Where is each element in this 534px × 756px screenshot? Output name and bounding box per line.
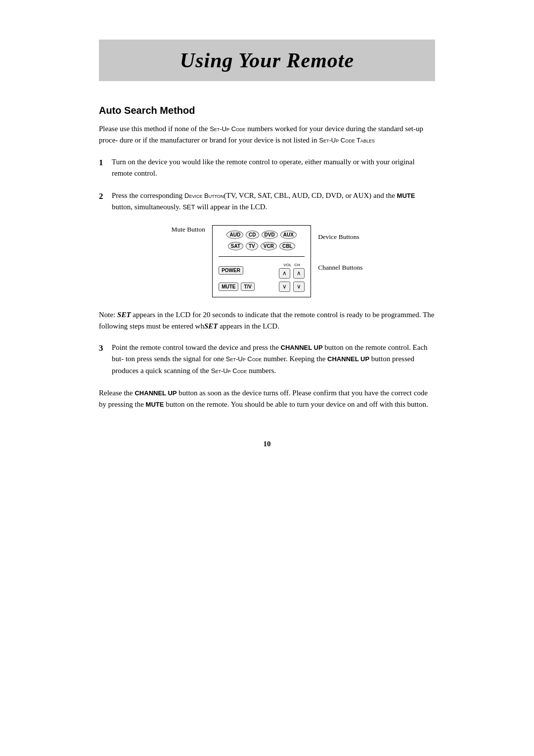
device-buttons-row2: SAT TV VCR CBL (219, 242, 305, 250)
channel-buttons-label: Channel Buttons (318, 264, 362, 272)
device-buttons-label: Device Buttons (318, 233, 359, 241)
intro-paragraph: Please use this method if none of the Se… (99, 123, 435, 146)
release-paragraph: Release the CHANNEL UP button as soon as… (99, 387, 435, 411)
power-button: POWER (219, 266, 243, 275)
tv-button: TV (246, 242, 258, 250)
channel-up-label3: CHANNEL UP (134, 389, 177, 397)
up-arrows-row: ∧ ∧ (279, 268, 305, 279)
ch-up-button: ∧ (293, 268, 305, 279)
aux-button: AUX (280, 231, 297, 239)
setup-code-inline2: Set-Up Code (226, 355, 262, 363)
device-buttons-row1: AUD CD DVD AUX (219, 231, 305, 239)
ch-down-button: ∨ (293, 282, 305, 292)
mute-label2: MUTE (146, 401, 164, 408)
vol-down-button: ∨ (279, 282, 290, 292)
set-italic-label: SET (117, 311, 131, 319)
mute-button: MUTE (219, 283, 238, 291)
cd-button: CD (246, 231, 259, 239)
remote-diagram: Mute Button AUD CD DVD AUX SAT TV VCR CB… (99, 225, 435, 297)
vol-label: VOL (283, 263, 291, 267)
set-italic-label2: SET (204, 322, 218, 330)
mute-label: MUTE (397, 192, 415, 199)
setup-code-inline: Set-Up Code (210, 125, 245, 133)
setup-code-inline3: Set-Up Code (211, 367, 247, 375)
device-buttons-label-row: Device Buttons (318, 229, 362, 245)
step-1-text: Turn on the device you would like the re… (112, 156, 435, 180)
vol-up-button: ∧ (279, 268, 290, 279)
step-3-number: 3 (99, 342, 110, 355)
section-heading: Auto Search Method (99, 105, 435, 116)
vol-ch-group: VOL CH ∧ ∧ (279, 263, 305, 279)
cbl-button: CBL (279, 242, 296, 250)
page: Using Your Remote Auto Search Method Ple… (99, 0, 435, 756)
step-2: 2 Press the corresponding Device Button(… (99, 190, 435, 213)
divider (219, 256, 305, 257)
step-2-number: 2 (99, 190, 110, 203)
remote-panel: AUD CD DVD AUX SAT TV VCR CBL POWER (212, 225, 311, 297)
mute-tv-buttons: MUTE T/V (219, 283, 255, 291)
vol-ch-labels: VOL CH (283, 263, 300, 267)
mute-button-label-area: Mute Button (171, 225, 205, 238)
spacer (318, 245, 362, 260)
channel-up-label2: CHANNEL UP (327, 355, 369, 363)
aud-button: AUD (226, 231, 243, 239)
title-banner: Using Your Remote (99, 40, 435, 81)
device-button-label: Device Button (184, 192, 224, 199)
channel-buttons-label-row: Channel Buttons (318, 260, 362, 276)
step-1: 1 Turn on the device you would like the … (99, 156, 435, 180)
step-3-text: Point the remote control toward the devi… (112, 342, 435, 377)
step-3: 3 Point the remote control toward the de… (99, 342, 435, 377)
vcr-button: VCR (261, 242, 277, 250)
note-paragraph: Note: SET appears in the LCD for 20 seco… (99, 309, 435, 332)
mute-button-label: Mute Button (171, 225, 205, 235)
page-title: Using Your Remote (119, 48, 415, 72)
mute-tv-row: MUTE T/V ∨ ∨ (219, 282, 305, 292)
tv-slash-button: T/V (241, 283, 255, 291)
ch-label: CH (294, 263, 300, 267)
set-label: SET (182, 203, 195, 211)
step-1-number: 1 (99, 156, 110, 169)
setup-code-tables-inline: Set-Up Code Tables (319, 137, 375, 144)
step-2-text: Press the corresponding Device Button(TV… (112, 190, 435, 213)
diagram-right-labels: Device Buttons Channel Buttons (318, 225, 362, 276)
sat-button: SAT (228, 242, 243, 250)
dvd-button: DVD (262, 231, 278, 239)
diagram-inner: Mute Button AUD CD DVD AUX SAT TV VCR CB… (171, 225, 362, 297)
page-number: 10 (99, 440, 435, 448)
channel-up-label1: CHANNEL UP (281, 344, 323, 351)
power-vol-ch-row: POWER VOL CH ∧ ∧ (219, 263, 305, 279)
down-arrows-row: ∨ ∨ (279, 282, 305, 292)
